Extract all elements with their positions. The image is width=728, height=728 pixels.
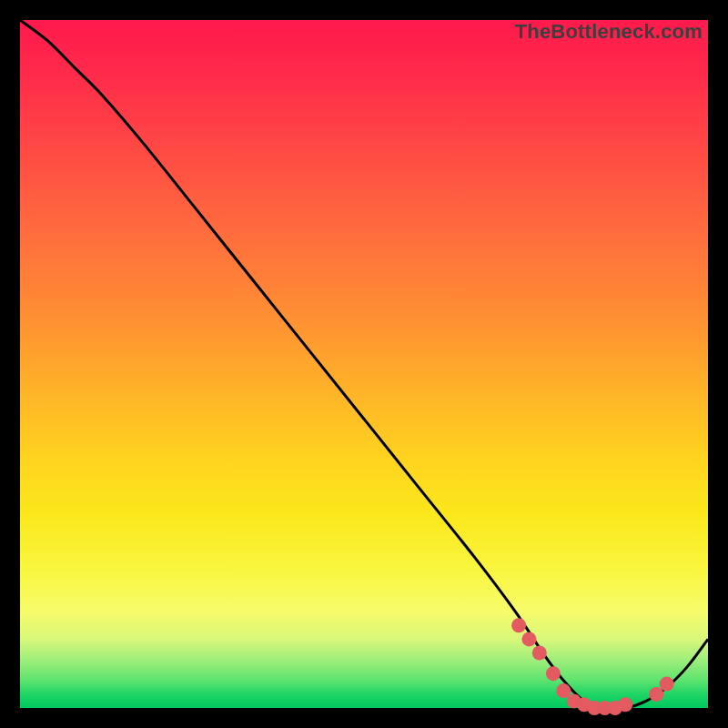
bottleneck-curve xyxy=(20,20,708,709)
watermark-text: TheBottleneck.com xyxy=(515,20,703,44)
curve-marker xyxy=(521,632,536,646)
chart-svg xyxy=(20,20,708,708)
curve-marker xyxy=(511,618,526,632)
curve-marker xyxy=(660,677,674,692)
curve-marker xyxy=(649,687,663,702)
curve-marker xyxy=(556,683,571,698)
curve-marker xyxy=(618,697,632,712)
chart-frame: TheBottleneck.com xyxy=(20,20,708,708)
curve-marker xyxy=(532,646,547,661)
curve-marker xyxy=(546,666,561,681)
